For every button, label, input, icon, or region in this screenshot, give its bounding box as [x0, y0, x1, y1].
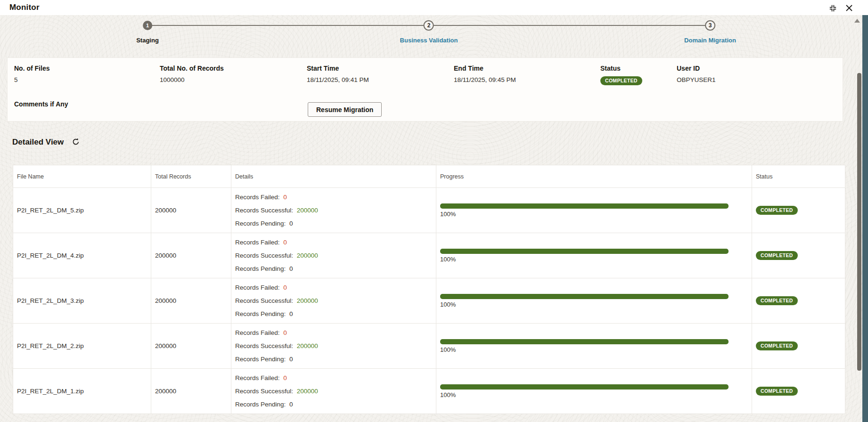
table-row: P2I_RET_2L_DM_2.zip 200000 Records Faile… — [13, 324, 845, 369]
file-name-cell: P2I_RET_2L_DM_1.zip — [13, 369, 151, 414]
row-status-badge: COMPLETED — [756, 341, 798, 350]
progress-cell: 100% — [436, 233, 752, 278]
underlying-app-edge — [862, 15, 868, 422]
table-row: P2I_RET_2L_DM_5.zip 200000 Records Faile… — [13, 188, 845, 233]
records-failed-value: 0 — [283, 194, 287, 201]
progress-percent-label: 100% — [440, 256, 752, 263]
records-pending-label: Records Pending: — [235, 220, 286, 227]
resume-migration-button[interactable]: Resume Migration — [308, 102, 382, 117]
field-start-time: Start Time 18/11/2025, 09:41 PM — [307, 65, 369, 83]
file-name-cell: P2I_RET_2L_DM_3.zip — [13, 278, 151, 324]
records-successful-label: Records Successful: — [235, 252, 293, 259]
records-failed-label: Records Failed: — [235, 329, 280, 336]
details-cell: Records Failed: 0 Records Successful: 20… — [231, 369, 436, 414]
records-successful-label: Records Successful: — [235, 342, 293, 349]
step-label: Staging — [136, 37, 159, 44]
progress-bar-track — [440, 339, 729, 344]
progress-cell: 100% — [436, 188, 752, 233]
field-total-records: Total No. of Records 1000000 — [160, 65, 224, 83]
step-label: Business Validation — [400, 37, 458, 44]
progress-percent-label: 100% — [440, 391, 752, 398]
migration-summary-panel: No. of Files 5 Total No. of Records 1000… — [7, 57, 843, 122]
field-no-of-files: No. of Files 5 — [14, 65, 49, 83]
progress-bar-fill — [440, 339, 729, 344]
detailed-view-title: Detailed View — [12, 138, 64, 147]
comments-label: Comments if Any — [14, 100, 68, 108]
refresh-button[interactable] — [71, 138, 81, 147]
step-business-validation[interactable]: 2 Business Validation — [400, 19, 458, 44]
refresh-icon — [72, 138, 80, 147]
step-label: Domain Migration — [684, 37, 736, 44]
monitor-content: 1 Staging 2 Business Validation 3 Domain… — [0, 15, 862, 422]
records-pending-value: 0 — [289, 356, 293, 363]
detailed-view-table: File Name Total Records Details Progress… — [13, 165, 845, 414]
records-failed-label: Records Failed: — [235, 284, 280, 291]
close-button[interactable] — [844, 3, 854, 13]
records-successful-value: 200000 — [297, 207, 318, 214]
field-user-id: User ID OBPYUSER1 — [677, 65, 716, 83]
records-failed-value: 0 — [283, 374, 287, 381]
status-cell: COMPLETED — [752, 324, 845, 369]
total-records-cell: 200000 — [151, 188, 231, 233]
field-end-time: End Time 18/11/2025, 09:45 PM — [454, 65, 516, 83]
progress-cell: 100% — [436, 324, 752, 369]
progress-bar-fill — [440, 384, 729, 390]
progress-cell: 100% — [436, 278, 752, 324]
records-successful-value: 200000 — [297, 342, 318, 349]
records-pending-label: Records Pending: — [235, 265, 286, 272]
exit-fullscreen-button[interactable] — [828, 3, 837, 13]
status-cell: COMPLETED — [752, 233, 845, 278]
status-cell: COMPLETED — [752, 278, 845, 324]
records-pending-label: Records Pending: — [235, 310, 286, 317]
records-pending-label: Records Pending: — [235, 356, 286, 363]
progress-percent-label: 100% — [440, 211, 752, 218]
details-cell: Records Failed: 0 Records Successful: 20… — [231, 233, 436, 278]
total-records-cell: 200000 — [151, 233, 231, 278]
records-failed-value: 0 — [283, 329, 287, 336]
column-header-details: Details — [231, 165, 436, 188]
details-cell: Records Failed: 0 Records Successful: 20… — [231, 188, 436, 233]
table-row: P2I_RET_2L_DM_3.zip 200000 Records Faile… — [13, 278, 845, 324]
records-failed-value: 0 — [283, 239, 287, 246]
window-header: Monitor — [0, 0, 868, 15]
column-header-file-name: File Name — [13, 165, 151, 188]
records-successful-value: 200000 — [297, 252, 318, 259]
progress-percent-label: 100% — [440, 301, 752, 308]
step-number-badge: 2 — [424, 20, 434, 31]
page-title: Monitor — [9, 3, 40, 12]
field-status: Status COMPLETED — [600, 65, 642, 85]
records-failed-label: Records Failed: — [235, 374, 280, 381]
vertical-scrollbar-thumb[interactable] — [857, 73, 861, 371]
progress-percent-label: 100% — [440, 346, 752, 353]
records-failed-value: 0 — [283, 284, 287, 291]
records-pending-value: 0 — [289, 220, 293, 227]
progress-bar-fill — [440, 249, 729, 254]
column-header-status: Status — [752, 165, 845, 188]
records-successful-label: Records Successful: — [235, 388, 293, 395]
file-name-cell: P2I_RET_2L_DM_5.zip — [13, 188, 151, 233]
scrollbar-up-arrow[interactable] — [854, 19, 860, 23]
records-successful-value: 200000 — [297, 388, 318, 395]
column-header-total-records: Total Records — [151, 165, 231, 188]
total-records-cell: 200000 — [151, 369, 231, 414]
progress-bar-track — [440, 249, 729, 254]
migration-stepper: 1 Staging 2 Business Validation 3 Domain… — [0, 15, 862, 62]
row-status-badge: COMPLETED — [756, 251, 798, 260]
step-number-badge: 1 — [143, 21, 152, 30]
row-status-badge: COMPLETED — [756, 206, 798, 215]
status-badge: COMPLETED — [600, 76, 642, 85]
step-staging[interactable]: 1 Staging — [136, 19, 159, 44]
exit-fullscreen-icon — [828, 4, 837, 13]
column-header-progress: Progress — [436, 165, 752, 188]
table-row: P2I_RET_2L_DM_4.zip 200000 Records Faile… — [13, 233, 845, 278]
table-row: P2I_RET_2L_DM_1.zip 200000 Records Faile… — [13, 369, 845, 414]
details-cell: Records Failed: 0 Records Successful: 20… — [231, 278, 436, 324]
close-icon — [845, 4, 853, 12]
status-cell: COMPLETED — [752, 369, 845, 414]
details-cell: Records Failed: 0 Records Successful: 20… — [231, 324, 436, 369]
step-domain-migration[interactable]: 3 Domain Migration — [684, 19, 736, 44]
records-successful-label: Records Successful: — [235, 297, 293, 304]
records-pending-value: 0 — [289, 310, 293, 317]
progress-bar-fill — [440, 203, 729, 209]
progress-bar-track — [440, 384, 729, 390]
